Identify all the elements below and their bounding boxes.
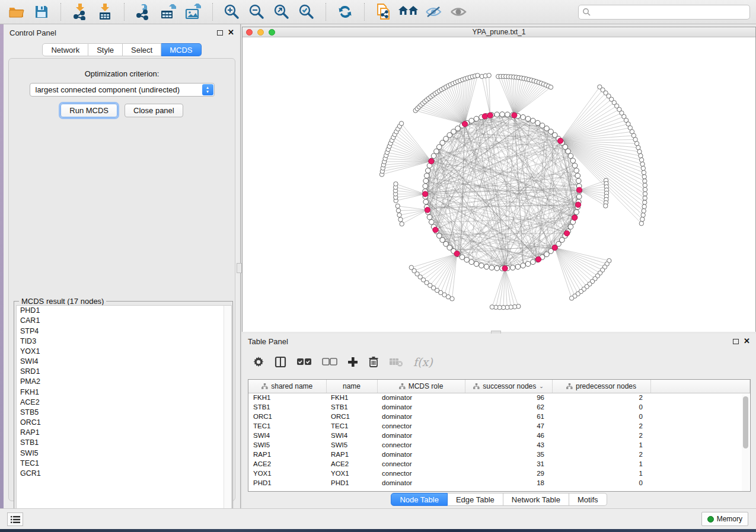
mcds-result-item[interactable]: SWI5: [17, 448, 231, 458]
leaf-node[interactable]: [643, 179, 647, 183]
leaf-node[interactable]: [409, 265, 413, 270]
run-mcds-button[interactable]: Run MCDS: [60, 104, 117, 117]
mcds-dominator-node[interactable]: [425, 207, 430, 213]
ring-node[interactable]: [530, 118, 535, 123]
mcds-list-scrollbar[interactable]: [224, 306, 231, 519]
ring-node[interactable]: [521, 263, 526, 268]
node-table[interactable]: shared namenameMCDS rolesuccessor nodes⌄…: [248, 379, 751, 492]
ring-node[interactable]: [525, 261, 531, 267]
mcds-dominator-node[interactable]: [576, 187, 582, 193]
leaf-node[interactable]: [641, 213, 645, 217]
tab-mcds[interactable]: MCDS: [161, 43, 201, 56]
leaf-node[interactable]: [476, 73, 480, 78]
optimization-criterion-select[interactable]: largest connected component (undirected)…: [30, 83, 215, 97]
mcds-result-item[interactable]: SRD1: [17, 367, 231, 377]
table-row[interactable]: ORC1ORC1dominator610: [248, 412, 750, 421]
ring-node[interactable]: [572, 163, 578, 168]
memory-button[interactable]: Memory: [701, 512, 748, 526]
save-session-icon[interactable]: [31, 2, 52, 21]
ring-node[interactable]: [464, 257, 470, 262]
column-header-successor-nodes[interactable]: successor nodes⌄: [465, 380, 552, 393]
export-table-icon[interactable]: [158, 2, 179, 21]
ring-node[interactable]: [576, 194, 582, 200]
mcds-dominator-node[interactable]: [564, 230, 569, 236]
mcds-dominator-node[interactable]: [535, 257, 541, 262]
import-table-icon[interactable]: [94, 2, 116, 21]
ring-node[interactable]: [474, 261, 479, 267]
leaf-node[interactable]: [643, 187, 647, 191]
ring-node[interactable]: [431, 153, 436, 159]
mcds-result-item[interactable]: YOX1: [17, 347, 231, 357]
mcds-result-item[interactable]: SWI4: [17, 357, 231, 367]
leaf-node[interactable]: [642, 175, 646, 179]
ring-node[interactable]: [495, 112, 500, 117]
ring-node[interactable]: [525, 116, 531, 121]
tab-node-table[interactable]: Node Table: [391, 493, 448, 506]
ring-node[interactable]: [535, 120, 541, 126]
column-header-name[interactable]: name: [326, 380, 377, 393]
leaf-node[interactable]: [639, 153, 643, 158]
tab-motifs[interactable]: Motifs: [569, 493, 607, 506]
ring-node[interactable]: [505, 112, 511, 117]
export-network-icon[interactable]: [133, 2, 154, 21]
ring-node[interactable]: [424, 173, 429, 178]
mcds-result-item[interactable]: STB1: [17, 438, 231, 448]
search-box[interactable]: [578, 5, 750, 20]
task-history-button[interactable]: [7, 512, 23, 526]
mcds-result-item[interactable]: ORC1: [17, 418, 231, 428]
mcds-dominator-node[interactable]: [512, 113, 517, 118]
table-row[interactable]: TEC1TEC1connector472: [248, 421, 750, 431]
ring-node[interactable]: [500, 112, 505, 117]
ring-node[interactable]: [530, 259, 535, 265]
tab-edge-table[interactable]: Edge Table: [448, 493, 503, 506]
ring-node[interactable]: [570, 158, 576, 164]
table-row[interactable]: FKH1FKH1dominator962: [248, 393, 750, 402]
leaf-node[interactable]: [640, 217, 645, 221]
leaf-node[interactable]: [641, 166, 645, 170]
mcds-result-item[interactable]: CAR1: [17, 316, 231, 326]
mcds-result-item[interactable]: ACE2: [17, 398, 231, 408]
leaf-node[interactable]: [396, 209, 400, 213]
mcds-result-item[interactable]: STB5: [17, 408, 231, 418]
hide-selected-icon[interactable]: [423, 2, 444, 21]
mcds-dominator-node[interactable]: [487, 113, 493, 118]
network-canvas[interactable]: [243, 37, 755, 332]
mcds-dominator-node[interactable]: [482, 114, 487, 119]
table-row[interactable]: RAP1RAP1dominator352: [248, 450, 750, 459]
leaf-node[interactable]: [397, 213, 401, 217]
tab-network-table[interactable]: Network Table: [503, 493, 569, 506]
close-panel-icon[interactable]: ✕: [228, 30, 234, 36]
open-file-icon[interactable]: [6, 2, 27, 21]
ring-node[interactable]: [484, 264, 489, 270]
float-panel-icon[interactable]: [733, 339, 739, 344]
tab-network[interactable]: Network: [42, 43, 88, 56]
mcds-result-item[interactable]: TID3: [17, 336, 231, 347]
leaf-node[interactable]: [634, 142, 639, 146]
ring-node[interactable]: [568, 225, 573, 230]
leaf-node[interactable]: [639, 222, 643, 226]
ring-node[interactable]: [469, 259, 474, 265]
leaf-node[interactable]: [636, 145, 640, 149]
leaf-node[interactable]: [637, 149, 642, 153]
column-header-shared-name[interactable]: shared name: [248, 380, 326, 393]
leaf-node[interactable]: [569, 296, 573, 300]
duplicate-network-icon[interactable]: [373, 2, 394, 21]
leaf-node[interactable]: [643, 183, 647, 187]
ring-node[interactable]: [521, 115, 526, 120]
ring-node[interactable]: [423, 199, 429, 204]
mcds-dominator-node[interactable]: [558, 138, 563, 143]
ring-node[interactable]: [574, 210, 579, 215]
ring-node[interactable]: [515, 264, 521, 270]
table-scrollbar[interactable]: [742, 394, 749, 491]
export-image-icon[interactable]: [183, 2, 204, 21]
column-header-mcds-role[interactable]: MCDS role: [377, 380, 465, 393]
ring-node[interactable]: [575, 173, 580, 178]
network-window-titlebar[interactable]: YPA_prune.txt_1: [243, 27, 755, 37]
zoom-in-icon[interactable]: [221, 2, 243, 21]
deselect-all-icon[interactable]: [322, 353, 337, 371]
table-row[interactable]: PHD1PHD1dominator180: [248, 478, 750, 488]
mcds-result-item[interactable]: STP4: [17, 326, 231, 336]
leaf-node[interactable]: [604, 204, 608, 208]
show-columns-icon[interactable]: [275, 353, 286, 371]
leaf-node[interactable]: [490, 305, 494, 309]
